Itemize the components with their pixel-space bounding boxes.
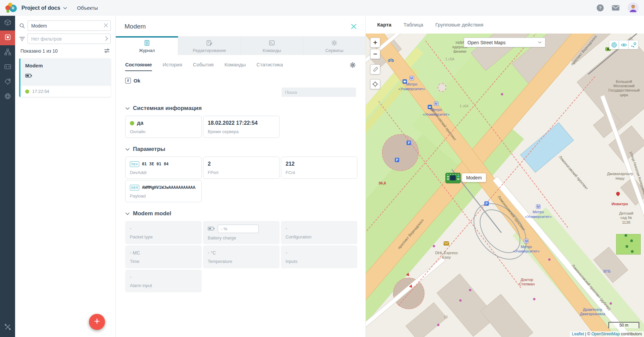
sidebar-item-tags[interactable]	[0, 75, 15, 90]
leaflet-link[interactable]: Leaflet	[572, 332, 584, 336]
main-tab-edit[interactable]: Редактирование	[178, 36, 241, 55]
visibility-eye-button[interactable]	[619, 40, 629, 49]
map-tab[interactable]: Карта	[377, 22, 391, 27]
help-icon[interactable]: ?	[597, 4, 604, 11]
osm-link[interactable]: OpenStreetMap	[591, 332, 620, 336]
add-object-button[interactable]: +	[89, 314, 105, 330]
mail-icon[interactable]	[612, 5, 620, 11]
sidebar-item-code[interactable]	[0, 60, 15, 75]
clear-search-icon[interactable]	[104, 23, 108, 27]
main-tab-services[interactable]: Сервисы	[303, 36, 365, 55]
sidebar-item-modules-cube[interactable]	[0, 16, 15, 31]
sub-tab[interactable]: История	[163, 62, 182, 71]
param-card: hex01 3E 01 84DevAddr	[125, 157, 202, 179]
fit-objects-target-button[interactable]	[609, 40, 619, 49]
topbar: R Project of docs Объекты ?	[0, 0, 644, 16]
main-tab-journal[interactable]: Журнал	[116, 36, 178, 55]
card-grid: даОнлайн18.02.2022 17:22:54Время сервера	[125, 116, 356, 138]
sidebar-item-network-globe[interactable]	[0, 90, 15, 104]
card-label: Онлайн	[130, 129, 197, 134]
card-value: b64AWMMgHV1WJwAAAAAAAAAAAAAA	[130, 184, 197, 191]
main-tabs: ЖурналРедактированиеКомандыСервисы	[116, 36, 365, 55]
section-header[interactable]: Системная информация	[125, 105, 356, 112]
card-label: Battery charge	[208, 235, 275, 240]
sidebar-item-topology-sitemap[interactable]	[0, 45, 15, 60]
filter-icon	[19, 37, 25, 41]
log-sub-tabs: СостояниеИсторияСобытияКомандыСтатистика	[125, 62, 356, 71]
state-sections: Системная информациядаОнлайн18.02.2022 1…	[125, 105, 356, 292]
bike-rental-icon	[388, 57, 394, 63]
nav-objects[interactable]: Объекты	[77, 5, 98, 11]
section-header[interactable]: Параметры	[125, 146, 356, 153]
sub-tab[interactable]: Команды	[225, 62, 246, 71]
locate-button[interactable]	[370, 79, 380, 89]
tree-icon	[625, 234, 627, 237]
chevron-down-icon	[125, 105, 130, 111]
tracks-route-button[interactable]	[629, 40, 638, 49]
card-value: - МС	[130, 249, 197, 257]
card-label: FCnt	[286, 170, 353, 175]
map-label: Доктор Степман	[519, 278, 535, 286]
map-label: Детский сад № 1136	[619, 211, 634, 225]
terminal-icon	[268, 40, 275, 46]
sidebar-item-tools[interactable]	[0, 320, 15, 335]
network-globe-icon	[4, 93, 11, 101]
status-text: Ok	[134, 78, 140, 83]
poi-dot-icon	[433, 245, 435, 247]
project-name: Project of docs	[21, 5, 60, 11]
map-layer-select[interactable]: Open Street Maps	[464, 38, 545, 47]
card-value: да	[130, 119, 197, 127]
tree-icon	[630, 239, 633, 242]
section-title: Modem model	[133, 210, 171, 217]
device-marker-icon[interactable]	[445, 172, 461, 185]
filter-input[interactable]	[28, 34, 111, 44]
section: Modem model-Packet typeBattery charge-Co…	[125, 210, 356, 292]
zoom-out-button[interactable]: −	[370, 49, 380, 59]
parking-icon: P	[484, 201, 489, 206]
param-card: 2FPort	[203, 157, 280, 179]
sub-tab[interactable]: События	[193, 62, 214, 71]
map-shape	[480, 294, 533, 337]
card-value: -	[130, 225, 197, 232]
objects-icon	[4, 34, 11, 42]
map-tab[interactable]: Таблица	[403, 22, 423, 27]
card-label: Configuration	[286, 234, 353, 239]
sub-tab[interactable]: Состояние	[125, 62, 152, 71]
device-list-item[interactable]: Modem 17:22:54	[19, 58, 111, 97]
battery-charge-input[interactable]	[218, 225, 259, 233]
log-search-input[interactable]	[282, 88, 356, 97]
poi-dot-icon	[437, 324, 439, 326]
chevron-right-icon[interactable]	[105, 36, 108, 41]
card-value-text: - °C	[208, 250, 216, 256]
device-marker-label[interactable]: Modem	[462, 173, 486, 182]
metro-icon: М	[434, 102, 438, 106]
map-canvas[interactable]: Modem + − Open Street Maps	[366, 34, 644, 337]
main-tab-label: Сервисы	[325, 48, 343, 53]
device-name: Modem	[20, 58, 111, 72]
search-input[interactable]	[28, 20, 111, 31]
map-tab[interactable]: Групповые действия	[435, 22, 483, 27]
close-icon[interactable]	[351, 23, 357, 30]
measure-ruler-button[interactable]	[370, 64, 380, 74]
section-header[interactable]: Modem model	[125, 210, 356, 217]
metro-icon: М	[524, 239, 529, 243]
project-switcher[interactable]: Project of docs	[21, 5, 67, 11]
log-settings-gear-icon[interactable]	[349, 62, 356, 70]
bus-stop-icon	[403, 79, 407, 83]
tree-icon	[631, 250, 634, 253]
avatar[interactable]	[628, 2, 639, 13]
sidebar-item-objects[interactable]	[0, 31, 15, 45]
card-label: Temperature	[208, 259, 275, 264]
zoom-in-button[interactable]: +	[370, 38, 380, 48]
card-label: Время сервера	[208, 129, 275, 134]
card-label: Packet type	[130, 234, 197, 239]
param-card: - °CTemperature	[203, 245, 280, 268]
metro-icon: М	[409, 76, 414, 80]
format-badge: hex	[130, 161, 139, 167]
map-panel: КартаТаблицаГрупповые действия Modem + −…	[366, 16, 644, 337]
modules-cube-icon	[4, 19, 11, 27]
param-card: 212FCnt	[281, 157, 357, 179]
main-tab-terminal[interactable]: Команды	[241, 36, 303, 55]
list-settings-icon[interactable]	[104, 48, 110, 54]
sub-tab[interactable]: Статистика	[256, 62, 283, 71]
